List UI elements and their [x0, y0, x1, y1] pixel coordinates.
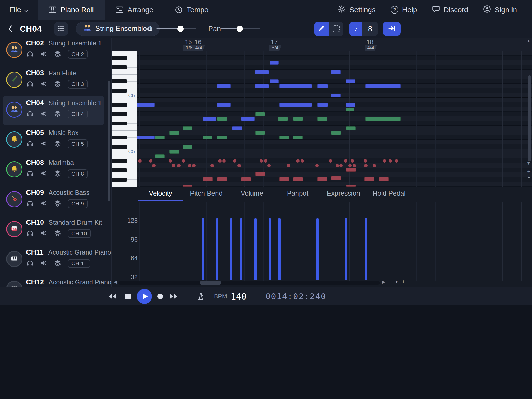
midi-note-ghost-track[interactable]: [346, 126, 356, 130]
record-button[interactable]: [157, 294, 163, 299]
midi-note-ghost-track[interactable]: [379, 177, 389, 181]
control-tab-panpot[interactable]: Panpot: [275, 187, 321, 201]
track-row[interactable]: CH08MarimbaCH 8: [0, 157, 112, 187]
black-key[interactable]: [112, 79, 127, 83]
velocity-bar[interactable]: [365, 218, 367, 280]
midi-note-selected-track[interactable]: [241, 117, 255, 121]
black-key[interactable]: [112, 103, 127, 107]
black-key[interactable]: [112, 145, 127, 149]
control-tab-expression[interactable]: Expression: [321, 187, 366, 201]
drum-note-dot[interactable]: [177, 164, 181, 167]
back-button[interactable]: [8, 25, 13, 32]
track-row[interactable]: CH11Acoustic Grand PianoCH 11: [0, 247, 112, 277]
midi-note-ghost-track[interactable]: [183, 126, 192, 130]
speaker-mute-button[interactable]: [40, 140, 47, 148]
drum-note-dot[interactable]: [389, 159, 392, 163]
velocity-bar[interactable]: [316, 218, 319, 280]
midi-note-selected-track[interactable]: [346, 79, 355, 83]
control-tab-hold-pedal[interactable]: Hold Pedal: [366, 187, 412, 201]
drum-note-dot[interactable]: [210, 164, 214, 167]
bpm-value[interactable]: 140: [231, 291, 247, 302]
drum-note-dot[interactable]: [364, 164, 368, 167]
drum-note-dot[interactable]: [152, 164, 156, 167]
velocity-bar[interactable]: [202, 218, 204, 280]
horizontal-zoom-reset-button[interactable]: ●: [395, 279, 398, 284]
midi-note-ghost-track[interactable]: [365, 117, 401, 121]
midi-note-ghost-track[interactable]: [255, 112, 265, 116]
midi-note-selected-track[interactable]: [255, 84, 269, 88]
midi-note-ghost-track[interactable]: [217, 136, 227, 139]
speaker-mute-button[interactable]: [40, 81, 47, 88]
midi-note-ghost-track[interactable]: [155, 154, 165, 158]
layers-icon[interactable]: [54, 80, 61, 88]
midi-note-ghost-track[interactable]: [241, 177, 251, 181]
selection-tool-button[interactable]: [329, 22, 343, 36]
midi-note-selected-track[interactable]: [217, 84, 231, 88]
speaker-mute-button[interactable]: [40, 200, 47, 208]
track-list-button[interactable]: [54, 22, 68, 36]
track-avatar[interactable]: [6, 72, 22, 88]
velocity-bar[interactable]: [278, 218, 281, 280]
vertical-zoom-in-button[interactable]: +: [527, 168, 531, 175]
drum-note-dot[interactable]: [287, 164, 290, 167]
track-avatar[interactable]: [6, 281, 22, 287]
velocity-bar[interactable]: [269, 218, 271, 280]
time-position-display[interactable]: 0014:02:240: [265, 291, 326, 301]
midi-note-selected-track[interactable]: [279, 103, 312, 107]
drum-note-dot[interactable]: [395, 159, 398, 163]
pencil-tool-button[interactable]: [314, 22, 329, 36]
layers-icon[interactable]: [54, 110, 61, 118]
tab-tempo[interactable]: Tempo: [164, 0, 219, 20]
drum-note-dot[interactable]: [344, 159, 347, 163]
headphones-solo-button[interactable]: [26, 260, 34, 267]
midi-note-selected-track[interactable]: [203, 117, 216, 121]
midi-note-ghost-track[interactable]: [217, 117, 227, 121]
midi-note-ghost-track[interactable]: [278, 117, 288, 121]
note-grid[interactable]: [137, 51, 532, 187]
track-avatar[interactable]: [6, 191, 22, 207]
midi-note-selected-track[interactable]: [137, 136, 155, 139]
drum-note-dot[interactable]: [364, 159, 367, 163]
velocity-bar[interactable]: [240, 218, 242, 280]
black-key[interactable]: [112, 112, 127, 116]
vertical-scrollbar-thumb[interactable]: [528, 75, 531, 161]
scroll-right-button[interactable]: ▶: [382, 279, 385, 285]
drum-note-dot[interactable]: [339, 164, 343, 167]
measure-ruler[interactable]: 151/8164/4175/4184/4: [112, 38, 532, 51]
stop-button[interactable]: [125, 294, 131, 299]
velocity-bar[interactable]: [230, 218, 232, 280]
drum-note-dot[interactable]: [296, 159, 300, 163]
headphones-solo-button[interactable]: [26, 81, 34, 88]
midi-note-selected-track[interactable]: [331, 70, 341, 74]
black-key[interactable]: [112, 89, 127, 93]
midi-note-selected-track[interactable]: [365, 84, 401, 88]
drum-note-dot[interactable]: [233, 159, 236, 163]
pan-slider[interactable]: [220, 28, 260, 29]
note-length-value[interactable]: 8: [362, 22, 378, 36]
track-list-scrollbar[interactable]: [108, 81, 110, 201]
midi-note-ghost-track[interactable]: [255, 172, 265, 176]
black-key[interactable]: [112, 168, 127, 172]
drum-note-dot[interactable]: [172, 164, 175, 167]
discord-button[interactable]: Discord: [428, 5, 472, 15]
midi-note-ghost-track[interactable]: [346, 168, 356, 172]
drum-note-dot[interactable]: [315, 164, 319, 167]
drum-note-dot[interactable]: [182, 159, 185, 163]
headphones-solo-button[interactable]: [26, 140, 34, 148]
track-row[interactable]: CH12Acoustic Grand PianoCH 12: [0, 277, 112, 287]
tab-piano-roll[interactable]: Piano Roll: [38, 0, 105, 20]
layers-icon[interactable]: [54, 260, 61, 268]
play-button[interactable]: [137, 289, 152, 304]
track-row[interactable]: CH03Pan FluteCH 3: [0, 68, 112, 97]
midi-note-ghost-track[interactable]: [346, 108, 354, 111]
midi-note-ghost-track[interactable]: [203, 136, 212, 139]
track-row[interactable]: CH09Acoustic BassCH 9: [0, 187, 112, 217]
note-length-button[interactable]: ♪: [349, 22, 362, 36]
midi-note-ghost-track[interactable]: [169, 150, 179, 154]
speaker-mute-button[interactable]: [40, 110, 47, 118]
midi-note-ghost-track[interactable]: [331, 176, 341, 180]
pan-slider-thumb[interactable]: [237, 26, 243, 32]
velocity-bar[interactable]: [345, 218, 347, 280]
headphones-solo-button[interactable]: [26, 110, 34, 118]
speaker-mute-button[interactable]: [40, 230, 47, 237]
